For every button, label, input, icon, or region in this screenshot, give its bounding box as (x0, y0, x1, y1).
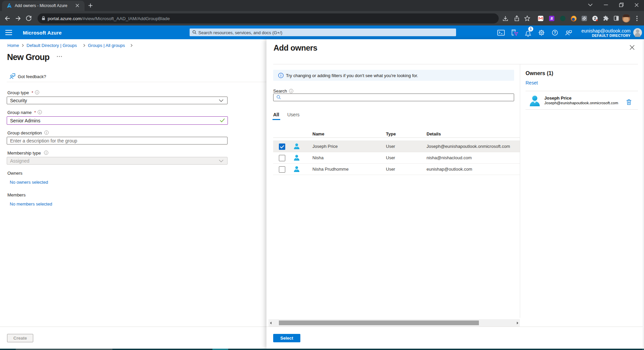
svg-text:?: ? (554, 31, 556, 35)
